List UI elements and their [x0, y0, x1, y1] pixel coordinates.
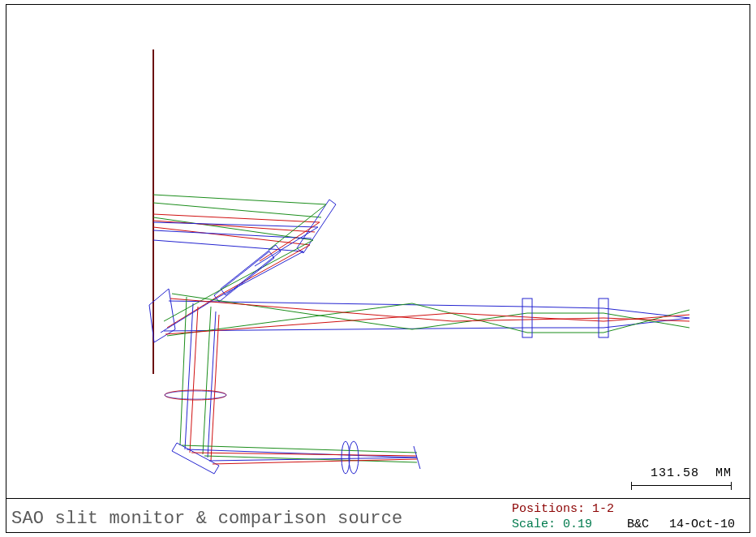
ray: [164, 318, 689, 331]
ray: [153, 195, 326, 204]
drawing-title: SAO slit monitor & comparison source: [11, 509, 402, 529]
ray: [172, 294, 689, 329]
ray: [203, 307, 211, 454]
ray: [161, 299, 216, 333]
ray: [185, 303, 193, 449]
ray: [226, 240, 313, 287]
ray: [211, 315, 219, 461]
scale-label: Scale: 0.19: [512, 518, 592, 531]
focus-lens: [349, 441, 359, 474]
scale-bar-value: 131.58: [651, 466, 699, 480]
scale-bar-line: [631, 482, 732, 490]
positions-label: Positions: 1-2: [512, 502, 614, 516]
ray: [164, 287, 226, 321]
ray-svg: [6, 5, 751, 499]
drawing-date: 14-Oct-10: [669, 517, 735, 532]
ray: [182, 445, 417, 453]
field-lens: [165, 390, 226, 400]
scale-bar-label: 131.58 MM: [631, 466, 732, 480]
ray: [216, 251, 303, 299]
ray: [191, 453, 417, 456]
ray: [208, 311, 216, 458]
field-lens-blue: [165, 391, 226, 399]
ray: [169, 301, 689, 318]
meta-block: Positions: 1-2 Scale: 0.19 B&C 14-Oct-10: [512, 501, 735, 532]
author-initials: B&C: [627, 517, 649, 532]
drawing-frame: 131.58 MM SAO slit monitor & comparison …: [6, 4, 750, 533]
title-bar: SAO slit monitor & comparison source Pos…: [6, 498, 750, 532]
scale-bar-unit: MM: [715, 466, 732, 480]
ray-trace-diagram: [6, 5, 750, 499]
scale-bar: 131.58 MM: [631, 466, 732, 490]
fold-lens-1: [221, 245, 281, 295]
ray: [190, 307, 198, 453]
